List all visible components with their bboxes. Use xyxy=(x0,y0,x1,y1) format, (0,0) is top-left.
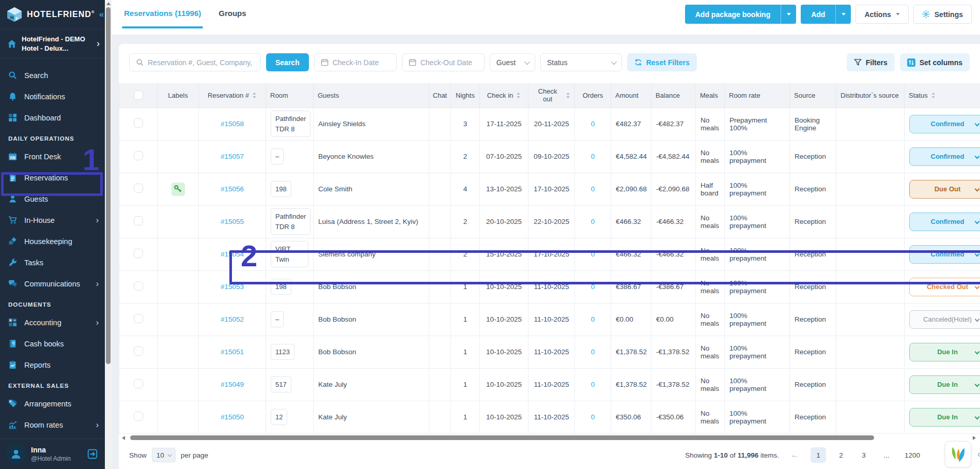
room-chip[interactable]: 517 xyxy=(271,376,291,393)
page-size-select[interactable]: 10 xyxy=(152,448,176,462)
row-checkbox[interactable] xyxy=(134,249,143,258)
row-checkbox[interactable] xyxy=(134,281,143,291)
page-button-1200[interactable]: 1200 xyxy=(901,447,923,463)
sort-icon[interactable] xyxy=(566,92,570,99)
sidebar-item-housekeeping[interactable]: Housekeeping xyxy=(0,231,105,252)
page-button-1[interactable]: 1 xyxy=(811,447,826,463)
row-checkbox[interactable] xyxy=(134,346,143,356)
reset-filters-button[interactable]: Reset Filters xyxy=(627,53,697,71)
room-chip[interactable]: Pathfinder TDR 8 xyxy=(271,208,310,235)
orders-link[interactable]: 0 xyxy=(591,120,595,128)
orders-link[interactable]: 0 xyxy=(591,185,595,193)
room-chip[interactable]: 1123 xyxy=(271,344,294,360)
status-badge[interactable]: Confirmed xyxy=(909,213,980,231)
add-package-booking-button[interactable]: Add package booking xyxy=(685,5,796,24)
reservation-link[interactable]: #15051 xyxy=(221,348,244,356)
status-select[interactable]: Status xyxy=(540,53,622,71)
sidebar-item-front-desk[interactable]: Front Desk xyxy=(0,146,105,167)
sidebar-item-search[interactable]: Search xyxy=(0,65,105,86)
guest-select[interactable]: Guest xyxy=(490,53,535,71)
scroll-left-arrow-icon[interactable] xyxy=(122,436,125,440)
room-chip[interactable]: VIRT, Twin xyxy=(271,241,308,267)
status-badge[interactable]: Confirmed xyxy=(909,147,980,166)
reservation-link[interactable]: #15058 xyxy=(221,120,244,128)
filters-button[interactable]: Filters xyxy=(847,53,895,71)
room-chip[interactable]: 198 xyxy=(271,279,291,295)
room-chip[interactable]: Pathfinder TDR 8 xyxy=(271,111,310,137)
sort-icon[interactable] xyxy=(516,92,521,99)
add-dropdown-caret[interactable] xyxy=(835,5,851,24)
orders-link[interactable]: 0 xyxy=(591,315,595,323)
key-label-icon[interactable] xyxy=(172,183,185,196)
sidebar-item-cash-books[interactable]: CCash books xyxy=(0,333,105,354)
sort-icon[interactable] xyxy=(931,92,936,99)
hotel-selector[interactable]: HotelFriend - DEMOHotel - Delux... › xyxy=(0,29,105,58)
select-all-checkbox[interactable] xyxy=(134,90,143,100)
room-chip[interactable]: 198 xyxy=(271,181,291,198)
status-badge[interactable]: Checked Out xyxy=(909,278,980,296)
room-chip[interactable]: – xyxy=(271,148,284,165)
orders-link[interactable]: 0 xyxy=(591,413,595,421)
tab-reservations[interactable]: Reservations (11996) xyxy=(124,9,201,35)
sidebar-item-reports[interactable]: Reports xyxy=(0,354,105,375)
status-badge[interactable]: Confirmed xyxy=(909,115,980,133)
reservation-link[interactable]: #15056 xyxy=(221,185,244,193)
set-columns-button[interactable]: Set columns xyxy=(900,53,970,71)
add-button[interactable]: Add xyxy=(801,5,851,24)
scrollbar-thumb[interactable] xyxy=(106,7,111,364)
checkin-date-input[interactable]: Check-In Date xyxy=(314,53,397,71)
reservation-link[interactable]: #15054 xyxy=(221,250,244,258)
sidebar-item-room-rates[interactable]: Room rates› xyxy=(0,414,105,435)
sidebar-item-tasks[interactable]: Tasks xyxy=(0,252,105,273)
scroll-right-arrow-icon[interactable] xyxy=(973,436,976,440)
row-checkbox[interactable] xyxy=(134,184,143,193)
orders-link[interactable]: 0 xyxy=(591,250,595,258)
actions-button[interactable]: Actions xyxy=(855,5,908,24)
sidebar-item-notifications[interactable]: Notifications xyxy=(0,86,105,107)
orders-link[interactable]: 0 xyxy=(591,283,595,291)
sidebar-item-guests[interactable]: Guests xyxy=(0,188,105,209)
status-badge[interactable]: Due Out xyxy=(909,180,980,199)
status-badge[interactable]: Due In xyxy=(909,343,980,361)
sidebar-item-accounting[interactable]: Accounting› xyxy=(0,312,105,333)
status-badge[interactable]: Confirmed xyxy=(909,245,980,264)
orders-link[interactable]: 0 xyxy=(591,218,595,225)
column-header-check-out[interactable]: Check out xyxy=(528,83,575,108)
assistant-widget-button[interactable] xyxy=(945,441,971,467)
row-checkbox[interactable] xyxy=(134,412,143,421)
status-badge[interactable]: Due In xyxy=(909,375,980,394)
reservation-link[interactable]: #15053 xyxy=(221,283,244,291)
checkout-date-input[interactable]: Check-Out Date xyxy=(402,53,485,71)
row-checkbox[interactable] xyxy=(134,118,143,128)
orders-link[interactable]: 0 xyxy=(591,153,595,160)
reservation-link[interactable]: #15049 xyxy=(221,381,244,388)
scroll-up-arrow-icon[interactable] xyxy=(106,2,111,5)
page-button-3[interactable]: 3 xyxy=(856,447,872,463)
sidebar-item-in-house[interactable]: In-House› xyxy=(0,209,105,231)
room-chip[interactable]: 12 xyxy=(271,409,287,426)
orders-link[interactable]: 0 xyxy=(591,381,595,388)
user-panel[interactable]: Inna @Hotel Admin xyxy=(0,438,105,469)
row-checkbox[interactable] xyxy=(134,216,143,225)
sidebar-item-communications[interactable]: Communications› xyxy=(0,273,105,294)
prev-page-arrow[interactable]: ← xyxy=(790,450,799,460)
status-badge[interactable]: Canceled(Hotel) xyxy=(909,310,980,329)
orders-link[interactable]: 0 xyxy=(591,348,595,356)
status-badge[interactable]: Due In xyxy=(909,408,980,427)
row-checkbox[interactable] xyxy=(134,151,143,160)
room-chip[interactable]: – xyxy=(271,311,284,328)
row-checkbox[interactable] xyxy=(134,314,143,323)
sidebar-item-dashboard[interactable]: Dashboard xyxy=(0,107,105,128)
reservation-link[interactable]: #15052 xyxy=(221,315,244,323)
sidebar-collapse-icon[interactable]: « xyxy=(99,9,104,20)
horizontal-scrollbar[interactable] xyxy=(119,434,980,442)
sidebar-scrollbar[interactable] xyxy=(105,0,112,469)
sidebar-item-arrangements[interactable]: Arrangements xyxy=(0,393,105,414)
page-button-2[interactable]: 2 xyxy=(833,447,849,463)
hscrollbar-thumb[interactable] xyxy=(130,435,874,440)
column-header-check-in[interactable]: Check in xyxy=(480,83,528,108)
settings-button[interactable]: Settings xyxy=(913,5,972,24)
add-package-dropdown-caret[interactable] xyxy=(781,5,796,24)
search-input[interactable]: Reservation #, Guest, Company, PIN, ID xyxy=(129,53,261,71)
column-header-reservation[interactable]: Reservation # xyxy=(199,83,266,108)
